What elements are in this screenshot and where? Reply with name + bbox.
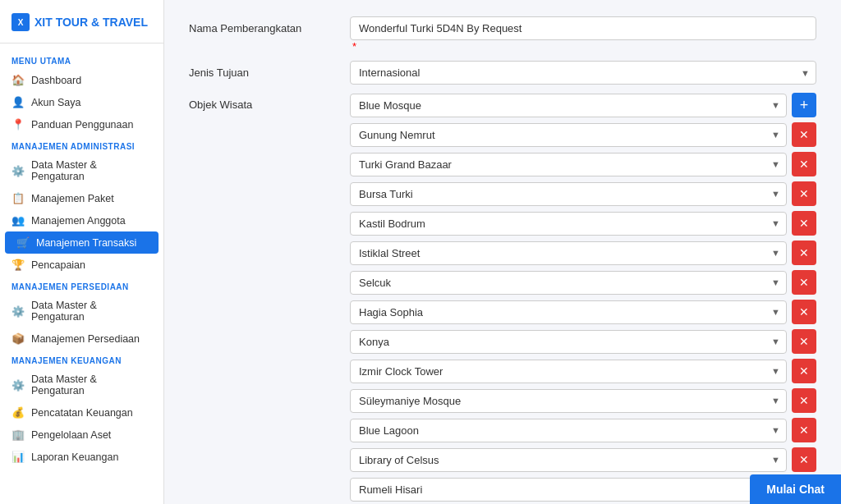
aset-icon: 🏢 xyxy=(11,428,25,441)
objek-wisata-select[interactable]: Rumeli Hisari xyxy=(350,478,787,502)
add-objek-button[interactable]: + xyxy=(792,93,816,117)
sidebar-item-label: Dashboard xyxy=(31,75,81,86)
sidebar-item-label: Data Master & Pengaturan xyxy=(31,300,152,323)
objek-select-wrapper: Izmir Clock Tower▼ xyxy=(350,360,787,383)
objek-wisata-select[interactable]: Turki Grand Bazaar xyxy=(350,153,787,176)
remove-objek-button[interactable]: ✕ xyxy=(792,270,816,295)
required-star: * xyxy=(352,40,356,53)
objek-wisata-row: Objek Wisata Blue Mosque▼+Gunung Nemrut▼… xyxy=(189,93,816,504)
objek-wisata-row-item: Hagia Sophia▼✕ xyxy=(350,300,816,324)
sidebar-item-data-master-keuangan[interactable]: ⚙️ Data Master & Pengaturan xyxy=(0,369,163,401)
objek-wisata-row-item: Blue Mosque▼+ xyxy=(350,93,816,117)
sidebar-item-manajemen-persediaan[interactable]: 📦 Manajemen Persediaan xyxy=(0,328,163,350)
persediaan-icon: 📦 xyxy=(11,332,25,345)
objek-select-wrapper: Istiklal Street▼ xyxy=(350,241,787,265)
paket-icon: 📋 xyxy=(11,192,25,204)
remove-objek-button[interactable]: ✕ xyxy=(792,418,816,442)
remove-objek-button[interactable]: ✕ xyxy=(792,241,816,265)
pencapaian-icon: 🏆 xyxy=(11,259,25,271)
app-name: XIT TOUR & TRAVEL xyxy=(34,16,148,29)
objek-wisata-select[interactable]: Izmir Clock Tower xyxy=(350,360,787,383)
sidebar-item-data-master-admin[interactable]: ⚙️ Data Master & Pengaturan xyxy=(0,154,163,187)
objek-wisata-row-item: Selcuk▼✕ xyxy=(350,270,816,295)
dashboard-icon: 🏠 xyxy=(11,74,25,86)
chat-button[interactable]: Mulai Chat xyxy=(750,474,841,504)
objek-select-wrapper: Rumeli Hisari▼ xyxy=(350,478,787,502)
remove-objek-button[interactable]: ✕ xyxy=(792,447,816,472)
remove-objek-button[interactable]: ✕ xyxy=(792,181,816,206)
objek-wisata-select[interactable]: Istiklal Street xyxy=(350,241,787,265)
nama-pemberangkatan-row: Nama Pemberangkatan * xyxy=(189,16,816,53)
remove-objek-button[interactable]: ✕ xyxy=(792,122,816,147)
sidebar-item-manajemen-paket[interactable]: 📋 Manajemen Paket xyxy=(0,187,163,209)
nama-pemberangkatan-input[interactable] xyxy=(350,16,816,40)
sidebar-item-pencatatan-keuangan[interactable]: 💰 Pencatatan Keuangan xyxy=(0,401,163,424)
sidebar-item-label: Pencapaian xyxy=(31,259,85,271)
objek-wisata-select[interactable]: Konya xyxy=(350,330,787,354)
sidebar-item-laporan-keuangan[interactable]: 📊 Laporan Keuangan xyxy=(0,446,163,468)
main-content: Nama Pemberangkatan * Jenis Tujuan Inter… xyxy=(164,0,841,504)
jenis-tujuan-label: Jenis Tujuan xyxy=(189,61,337,79)
sidebar-item-label: Manajemen Anggota xyxy=(31,215,126,227)
akun-icon: 👤 xyxy=(11,96,25,108)
objek-select-wrapper: Konya▼ xyxy=(350,330,787,354)
sidebar-item-label: Pengelolaan Aset xyxy=(31,429,111,441)
objek-wisata-select[interactable]: Gunung Nemrut xyxy=(350,123,787,147)
objek-wisata-select[interactable]: Blue Lagoon xyxy=(350,419,787,442)
remove-objek-button[interactable]: ✕ xyxy=(792,388,816,413)
sidebar-item-label: Pencatatan Keuangan xyxy=(31,407,133,419)
objek-select-wrapper: Hagia Sophia▼ xyxy=(350,300,787,324)
objek-wisata-row-item: Library of Celsus▼✕ xyxy=(350,447,816,472)
menu-utama-label: MENU UTAMA xyxy=(0,50,163,69)
keuangan-icon: 💰 xyxy=(11,406,25,419)
objek-wisata-row-item: Süleymaniye Mosque▼✕ xyxy=(350,388,816,413)
sidebar: X XIT TOUR & TRAVEL MENU UTAMA 🏠 Dashboa… xyxy=(0,0,164,504)
sidebar-item-panduan[interactable]: 📍 Panduan Penggunaan xyxy=(0,113,163,135)
objek-select-wrapper: Selcuk▼ xyxy=(350,271,787,295)
remove-objek-button[interactable]: ✕ xyxy=(792,211,816,236)
sidebar-item-dashboard[interactable]: 🏠 Dashboard xyxy=(0,69,163,91)
objek-wisata-row-item: Konya▼✕ xyxy=(350,329,816,354)
sidebar-item-label: Laporan Keuangan xyxy=(31,451,118,463)
objek-wisata-row-item: Turki Grand Bazaar▼✕ xyxy=(350,152,816,176)
objek-wisata-select[interactable]: Hagia Sophia xyxy=(350,300,787,324)
sidebar-item-data-master-persediaan[interactable]: ⚙️ Data Master & Pengaturan xyxy=(0,295,163,328)
app-logo: X XIT TOUR & TRAVEL xyxy=(0,10,163,44)
nama-pemberangkatan-label: Nama Pemberangkatan xyxy=(189,16,337,34)
jenis-tujuan-row: Jenis Tujuan Internasional Domestik ▼ xyxy=(189,61,816,85)
laporan-icon: 📊 xyxy=(11,451,25,463)
objek-wisata-select[interactable]: Kastil Bodrum xyxy=(350,212,787,236)
sidebar-item-pengelolaan-aset[interactable]: 🏢 Pengelolaan Aset xyxy=(0,424,163,446)
sidebar-item-label: Manajemen Paket xyxy=(31,193,114,204)
objek-wisata-select[interactable]: Süleymaniye Mosque xyxy=(350,389,787,413)
objek-select-wrapper: Blue Lagoon▼ xyxy=(350,419,787,442)
objek-wisata-select[interactable]: Library of Celsus xyxy=(350,448,787,472)
objek-select-wrapper: Bursa Turki▼ xyxy=(350,182,787,206)
objek-wisata-row-item: Blue Lagoon▼✕ xyxy=(350,418,816,442)
remove-objek-button[interactable]: ✕ xyxy=(792,329,816,354)
sidebar-item-label: Panduan Penggunaan xyxy=(31,119,133,131)
sidebar-item-label: Manajemen Transaksi xyxy=(36,237,136,249)
manajemen-persediaan-label: MANAJEMEN PERSEDIAAN xyxy=(0,276,163,295)
objek-select-wrapper: Süleymaniye Mosque▼ xyxy=(350,389,787,413)
settings-icon: ⚙️ xyxy=(11,165,25,177)
sidebar-item-manajemen-anggota[interactable]: 👥 Manajemen Anggota xyxy=(0,209,163,231)
objek-select-wrapper: Gunung Nemrut▼ xyxy=(350,123,787,147)
objek-wisata-label: Objek Wisata xyxy=(189,93,337,111)
sidebar-item-manajemen-transaksi[interactable]: 🛒 Manajemen Transaksi xyxy=(5,231,159,254)
objek-wisata-wrap: Blue Mosque▼+Gunung Nemrut▼✕Turki Grand … xyxy=(350,93,816,504)
objek-wisata-row-item: Istiklal Street▼✕ xyxy=(350,241,816,265)
jenis-tujuan-select-wrapper: Internasional Domestik ▼ xyxy=(350,61,816,85)
nama-pemberangkatan-wrap: * xyxy=(350,16,816,53)
remove-objek-button[interactable]: ✕ xyxy=(792,359,816,383)
objek-wisata-select[interactable]: Blue Mosque xyxy=(350,94,787,117)
objek-wisata-select[interactable]: Selcuk xyxy=(350,271,787,295)
sidebar-item-pencapaian[interactable]: 🏆 Pencapaian xyxy=(0,254,163,276)
jenis-tujuan-select[interactable]: Internasional Domestik xyxy=(350,61,816,85)
remove-objek-button[interactable]: ✕ xyxy=(792,152,816,176)
sidebar-item-akun[interactable]: 👤 Akun Saya xyxy=(0,91,163,113)
logo-icon: X xyxy=(11,13,30,31)
remove-objek-button[interactable]: ✕ xyxy=(792,300,816,324)
manajemen-keuangan-label: MANAJEMEN KEUANGAN xyxy=(0,350,163,369)
objek-wisata-select[interactable]: Bursa Turki xyxy=(350,182,787,206)
